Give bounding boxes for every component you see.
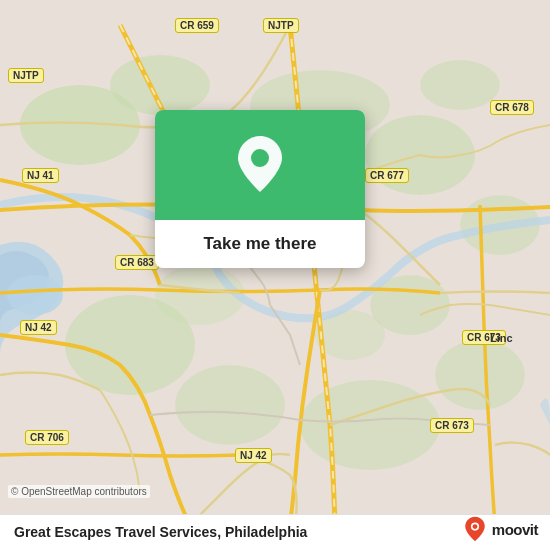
svg-point-5 xyxy=(420,60,500,110)
road-label-njtp2: NJTP xyxy=(8,68,44,83)
location-pin-icon xyxy=(234,134,286,196)
bottom-bar: Great Escapes Travel Services, Philadelp… xyxy=(0,514,550,550)
svg-point-9 xyxy=(300,380,440,470)
moovit-logo: moovit xyxy=(462,516,538,542)
svg-point-15 xyxy=(7,275,63,315)
svg-point-8 xyxy=(175,365,285,445)
road-label-cr677: CR 677 xyxy=(365,168,409,183)
road-label-cr659: CR 659 xyxy=(175,18,219,33)
popup-green-area xyxy=(155,110,365,220)
road-label-cr678: CR 678 xyxy=(490,100,534,115)
take-me-there-button[interactable]: Take me there xyxy=(155,220,365,268)
svg-point-10 xyxy=(435,340,525,410)
road-label-cr683: CR 683 xyxy=(115,255,159,270)
moovit-logo-icon xyxy=(462,516,488,542)
popup-card[interactable]: Take me there xyxy=(155,110,365,268)
location-title: Great Escapes Travel Services, Philadelp… xyxy=(14,524,536,540)
road-label-nj41: NJ 41 xyxy=(22,168,59,183)
road-label-cr673b: CR 673 xyxy=(430,418,474,433)
svg-point-14 xyxy=(155,265,245,325)
map-svg xyxy=(0,0,550,550)
road-label-njtp1: NJTP xyxy=(263,18,299,33)
svg-point-18 xyxy=(472,524,477,529)
road-label-cr706: CR 706 xyxy=(25,430,69,445)
moovit-text: moovit xyxy=(492,521,538,538)
linc-label: Linc xyxy=(490,332,513,344)
road-label-nj42b: NJ 42 xyxy=(235,448,272,463)
osm-credit: © OpenStreetMap contributors xyxy=(8,485,150,498)
road-label-nj42: NJ 42 xyxy=(20,320,57,335)
svg-point-16 xyxy=(251,149,269,167)
map-container: CR 659 NJTP NJTP NJ 41 CR 677 CR 678 CR … xyxy=(0,0,550,550)
